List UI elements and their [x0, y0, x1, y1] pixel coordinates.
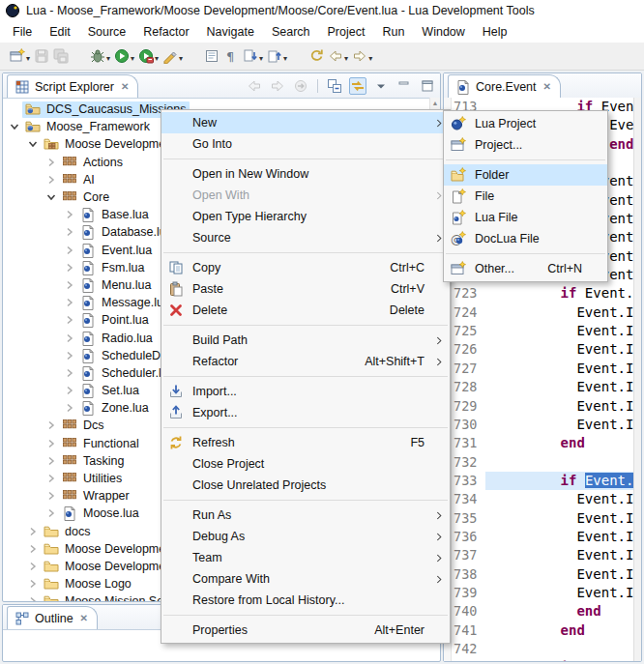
chevron-right-icon[interactable] [44, 155, 59, 170]
maximize-button[interactable] [419, 77, 436, 95]
tab-core-event[interactable]: Core.Event ✕ [448, 74, 561, 98]
dropdown-caret-icon[interactable]: ▾ [283, 49, 287, 63]
ctx-export[interactable]: Export... [161, 402, 450, 423]
view-menu-button[interactable] [372, 77, 390, 95]
ctx-open-type-hierarchy[interactable]: Open Type Hierarchy [161, 206, 450, 227]
chevron-right-icon[interactable] [62, 383, 77, 398]
ctx-refresh[interactable]: RefreshF5 [161, 432, 450, 453]
chevron-right-icon[interactable] [44, 453, 59, 469]
dropdown-caret-icon[interactable]: ▾ [344, 49, 348, 63]
code-line-729[interactable]: 729 Event.IniGroup [444, 397, 633, 416]
dropdown-caret-icon[interactable]: ▾ [26, 49, 30, 63]
forward-button[interactable]: ▾ [350, 46, 374, 66]
menu-refactor[interactable]: Refactor [134, 23, 197, 41]
chevron-right-icon[interactable] [62, 312, 77, 328]
new-doclua-file[interactable]: @DocLua File [444, 228, 607, 249]
ctx-run-as[interactable]: Run As [161, 505, 450, 526]
chevron-right-icon[interactable] [62, 331, 77, 346]
code-line-735[interactable]: 735 Event.IniGroupName [444, 509, 633, 528]
chevron-right-icon[interactable] [44, 505, 59, 521]
code-line-743[interactable]: 743 if Event.target then [444, 658, 633, 661]
dropdown-caret-icon[interactable]: ▾ [155, 49, 159, 63]
chevron-right-icon[interactable] [62, 243, 77, 258]
chevron-right-icon[interactable] [44, 488, 59, 504]
chevron-right-icon[interactable] [44, 418, 59, 433]
dropdown-caret-icon[interactable]: ▾ [106, 49, 110, 63]
chevron-right-icon[interactable] [44, 172, 59, 188]
chevron-right-icon[interactable] [25, 559, 41, 574]
scroll-up-icon[interactable]: ▲ [430, 98, 440, 108]
back-button[interactable] [246, 77, 263, 95]
ctx-import[interactable]: Import... [161, 381, 450, 402]
ctx-close-project[interactable]: Close Project [161, 453, 450, 475]
code-line-723[interactable]: 723 if Event.ini [444, 284, 633, 303]
coverage-button[interactable]: ▾ [136, 46, 161, 66]
chevron-right-icon[interactable] [44, 436, 59, 451]
chevron-down-icon[interactable] [44, 189, 59, 205]
ctx-paste[interactable]: PasteCtrl+V [161, 278, 450, 300]
ctx-restore-from-local-history[interactable]: Restore from Local History... [161, 590, 450, 611]
code-line-728[interactable]: 728 Event.IniGroupName [444, 378, 633, 396]
chevron-down-icon[interactable] [25, 136, 41, 152]
chevron-right-icon[interactable] [62, 207, 77, 222]
menu-navigate[interactable]: Navigate [198, 23, 263, 41]
code-line-734[interactable]: 734 Event.IniDCSGroup [444, 490, 633, 508]
close-icon[interactable]: ✕ [78, 613, 88, 623]
chevron-right-icon[interactable] [62, 224, 77, 240]
open-type-button[interactable] [202, 46, 221, 66]
menu-window[interactable]: Window [413, 23, 473, 41]
dropdown-caret-icon[interactable]: ▾ [368, 49, 372, 63]
new-wizard-button[interactable]: ▾ [8, 46, 32, 66]
editor-scrollbar[interactable] [633, 98, 641, 661]
minimize-button[interactable] [395, 77, 413, 95]
chevron-right-icon[interactable] [62, 277, 77, 293]
new-other[interactable]: Other...Ctrl+N [444, 258, 607, 279]
dropdown-caret-icon[interactable]: ▾ [179, 49, 183, 63]
ctx-refactor[interactable]: RefactorAlt+Shift+T [161, 351, 450, 372]
run-button[interactable]: ▾ [112, 46, 136, 66]
ctx-properties[interactable]: PropertiesAlt+Enter [161, 620, 450, 641]
code-line-732[interactable]: 732 [444, 453, 633, 472]
go-into-button[interactable] [292, 77, 309, 95]
chevron-right-icon[interactable] [62, 348, 77, 363]
code-line-733[interactable]: 733 if Event.IniDCSUnit [444, 472, 633, 490]
ctx-open-in-new-window[interactable]: Open in New Window [161, 163, 450, 185]
chevron-right-icon[interactable] [62, 365, 77, 381]
menu-search[interactable]: Search [263, 23, 319, 41]
forward-button[interactable] [269, 77, 286, 95]
code-line-739[interactable]: 739 Event.IniPlayerName [444, 584, 633, 602]
menu-edit[interactable]: Edit [41, 23, 79, 41]
collapse-all-button[interactable] [326, 77, 343, 95]
last-edit-location-button[interactable] [307, 46, 326, 66]
code-line-727[interactable]: 727 Event.IniUnit [444, 360, 633, 378]
ctx-copy[interactable]: CopyCtrl+C [161, 257, 450, 278]
show-whitespace-button[interactable]: ¶ [221, 46, 241, 66]
ctx-go-into[interactable]: Go Into [161, 133, 450, 155]
code-line-740[interactable]: 740 end [444, 602, 633, 621]
new-project[interactable]: Project... [444, 134, 607, 156]
ctx-new[interactable]: New [161, 112, 450, 133]
next-annotation-button[interactable]: ▾ [241, 46, 265, 66]
tab-outline[interactable]: Outline ✕ [7, 606, 98, 629]
ctx-delete[interactable]: DeleteDelete [161, 300, 450, 321]
chevron-right-icon[interactable] [62, 295, 77, 310]
ctx-close-unrelated-projects[interactable]: Close Unrelated Projects [161, 475, 450, 496]
menu-run[interactable]: Run [373, 23, 413, 41]
code-line-725[interactable]: 725 Event.IniDCSGroup [444, 322, 633, 340]
chevron-right-icon[interactable] [25, 524, 41, 539]
save-all-button[interactable] [51, 46, 71, 66]
ctx-compare-with[interactable]: Compare With [161, 568, 450, 590]
chevron-right-icon[interactable] [62, 260, 77, 275]
dropdown-caret-icon[interactable]: ▾ [259, 49, 263, 63]
close-icon[interactable]: ✕ [542, 81, 551, 92]
code-line-724[interactable]: 724 Event.IniDCSUnit [444, 303, 633, 322]
chevron-right-icon[interactable] [25, 576, 41, 592]
new-file[interactable]: File [444, 186, 607, 207]
ctx-source[interactable]: Source [161, 227, 450, 248]
menu-file[interactable]: File [4, 23, 41, 41]
external-tools-button[interactable]: ▾ [161, 46, 185, 66]
chevron-right-icon[interactable] [62, 400, 77, 416]
new-lua-file[interactable]: Lua File [444, 207, 607, 228]
code-line-730[interactable]: 730 Event.IniPlayerName [444, 416, 633, 434]
chevron-down-icon[interactable] [7, 119, 22, 134]
